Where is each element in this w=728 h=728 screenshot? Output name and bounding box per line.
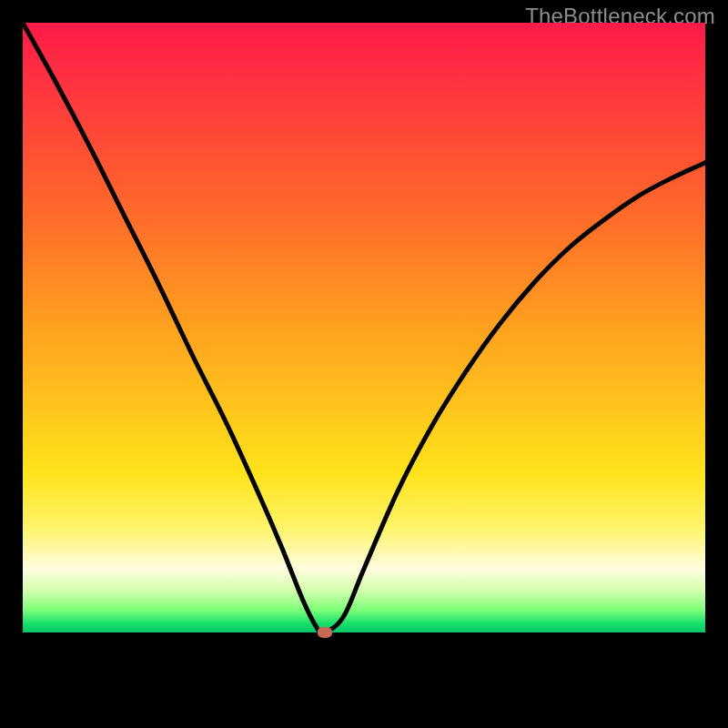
chart-frame — [23, 23, 705, 705]
chart-gradient-background — [23, 23, 705, 705]
minimum-marker — [318, 627, 332, 638]
